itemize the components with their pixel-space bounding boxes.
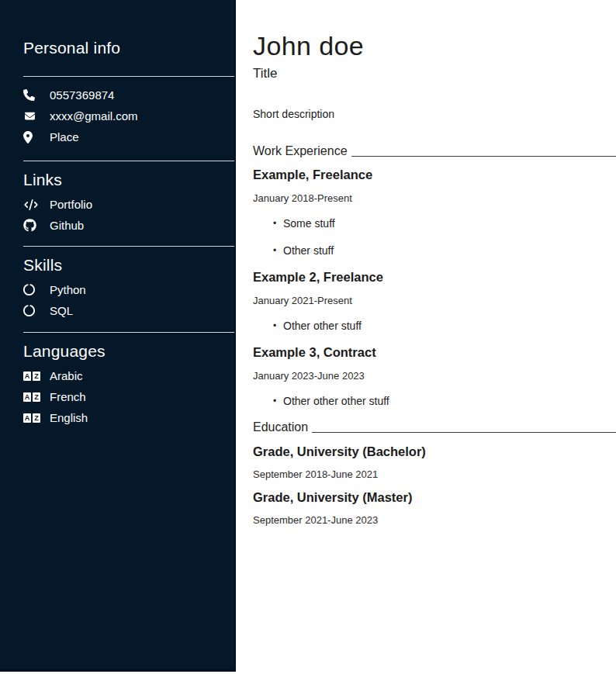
language-icon-letter-a: A — [23, 372, 31, 381]
language-item-french: A Z French — [23, 386, 234, 407]
section-title: Work Experience — [253, 144, 348, 158]
language-icon: A Z — [23, 413, 40, 423]
phone-number: 0557369874 — [50, 88, 114, 102]
entry-period: January 2021-Present — [253, 295, 616, 306]
section-rule — [351, 156, 616, 157]
language-label: French — [50, 390, 86, 403]
personal-info-heading: Personal info — [23, 39, 234, 57]
entry-period: September 2021-June 2023 — [253, 514, 616, 526]
links-list: Portfolio Github — [23, 194, 234, 236]
bullet-item: Other other stuff — [273, 320, 616, 332]
entry-period: January 2018-Present — [253, 192, 616, 204]
contact-list: 0557369874 xxxx@gmail.com Place — [23, 85, 234, 147]
entry-role: Example, Freelance — [253, 168, 616, 182]
language-icon-letter-a: A — [23, 413, 31, 423]
language-icon: A Z — [23, 372, 40, 381]
entry-bullets: Other other other stuff — [253, 395, 616, 407]
contact-item-phone: 0557369874 — [23, 85, 234, 105]
languages-heading: Languages — [23, 342, 234, 361]
circle-notch-icon — [23, 284, 50, 296]
work-entry: Example, Freelance January 2018-Present … — [253, 168, 616, 257]
skills-list: Python SQL — [23, 279, 234, 321]
skill-item-sql: SQL — [23, 300, 234, 321]
skill-item-python: Python — [23, 279, 234, 300]
link-item-github[interactable]: Github — [23, 215, 234, 236]
envelope-icon — [23, 111, 50, 121]
entry-bullets: Other other stuff — [253, 320, 616, 332]
portfolio-link-label: Portfolio — [50, 198, 92, 211]
code-icon — [23, 199, 50, 210]
circle-notch-icon — [23, 305, 50, 316]
sidebar: Personal info 0557369874 xxxx@gmail.com … — [0, 0, 236, 672]
bullet-item: Other other other stuff — [273, 395, 616, 407]
links-heading: Links — [23, 171, 234, 189]
language-icon-letter-z: Z — [33, 392, 40, 402]
entry-period: September 2018-June 2021 — [253, 468, 616, 480]
language-label: Arabic — [50, 369, 83, 382]
skill-label: SQL — [50, 304, 73, 317]
contact-item-place: Place — [23, 126, 234, 147]
language-icon: A Z — [23, 392, 40, 402]
education-entry: Grade, University (Bachelor) September 2… — [253, 444, 616, 480]
location-pin-icon — [23, 131, 50, 143]
name-heading: John doe — [253, 33, 616, 59]
language-item-arabic: A Z Arabic — [23, 365, 234, 386]
sidebar-divider — [23, 76, 234, 77]
sidebar-divider — [23, 246, 234, 247]
github-icon — [23, 219, 50, 232]
language-icon-letter-z: Z — [33, 372, 40, 381]
entry-degree: Grade, University (Master) — [253, 490, 616, 505]
education-section-heading: Education — [253, 420, 616, 434]
entry-role: Example 3, Contract — [253, 345, 616, 360]
sidebar-divider — [23, 332, 234, 333]
section-title: Education — [253, 420, 308, 434]
place-text: Place — [50, 130, 79, 143]
short-description: Short description — [253, 108, 616, 120]
bullet-item: Some stuff — [273, 217, 616, 230]
entry-role: Example 2, Freelance — [253, 270, 616, 285]
sidebar-divider — [23, 161, 234, 161]
email-address: xxxx@gmail.com — [50, 109, 138, 123]
language-item-english: A Z English — [23, 407, 234, 428]
language-icon-letter-z: Z — [33, 413, 40, 423]
entry-bullets: Some stuff Other stuff — [253, 217, 616, 257]
entry-degree: Grade, University (Bachelor) — [253, 444, 616, 459]
skills-heading: Skills — [23, 256, 234, 275]
job-title: Title — [253, 66, 616, 81]
languages-list: A Z Arabic A Z French A — [23, 365, 234, 428]
entry-period: January 2023-June 2023 — [253, 370, 616, 382]
work-entry: Example 2, Freelance January 2021-Presen… — [253, 270, 616, 332]
skill-label: Python — [50, 283, 86, 296]
education-entry: Grade, University (Master) September 202… — [253, 490, 616, 526]
main-content: John doe Title Short description Work Ex… — [236, 0, 616, 526]
language-icon-letter-a: A — [23, 392, 31, 402]
work-entry: Example 3, Contract January 2023-June 20… — [253, 345, 616, 407]
section-rule — [312, 432, 616, 433]
link-item-portfolio[interactable]: Portfolio — [23, 194, 234, 215]
contact-item-email: xxxx@gmail.com — [23, 105, 234, 126]
work-experience-section-heading: Work Experience — [253, 144, 616, 158]
phone-icon — [23, 89, 50, 101]
github-link-label: Github — [50, 219, 84, 232]
bullet-item: Other stuff — [273, 244, 616, 257]
language-label: English — [50, 411, 88, 424]
